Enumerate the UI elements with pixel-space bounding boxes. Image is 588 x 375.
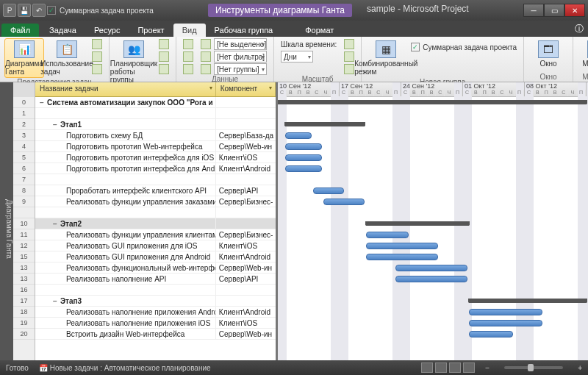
filter-combo[interactable]: [Нет фильтра]	[198, 51, 269, 63]
task-bar[interactable]	[285, 132, 312, 139]
row-number[interactable]: 8	[13, 185, 35, 196]
tab-resource[interactable]: Ресурс	[85, 24, 129, 37]
table-row[interactable]: Подготовить прототип интерфейса для iOSК…	[35, 152, 276, 163]
row-number[interactable]: 16	[13, 285, 35, 296]
tab-format[interactable]: Формат	[296, 24, 343, 37]
group-combo[interactable]: [Нет группы]	[198, 63, 269, 75]
table-row[interactable]: −Этап1	[35, 119, 276, 130]
table-row[interactable]	[35, 207, 276, 218]
help-icon[interactable]: ⓘ	[570, 21, 588, 37]
view-small-2[interactable]	[90, 51, 104, 63]
task-bar[interactable]	[469, 320, 542, 326]
zoom-small-1[interactable]	[342, 38, 356, 50]
view-small-3[interactable]	[90, 63, 104, 75]
row-number[interactable]: 5	[13, 152, 35, 163]
row-number[interactable]: 2	[13, 119, 35, 130]
table-row[interactable]: −Этап3	[35, 296, 276, 307]
row-number[interactable]: 17	[13, 296, 35, 307]
table-row[interactable]: −Этап2	[35, 218, 276, 229]
timescale-combo[interactable]: Дни	[279, 51, 339, 63]
maximize-button[interactable]: ▭	[544, 4, 564, 17]
table-row[interactable]: Подготовить прототип интерфейса для Andr…	[35, 163, 276, 174]
task-bar[interactable]	[285, 165, 322, 172]
table-row[interactable]: Подготовить прототип Web-интерфейсаСерве…	[35, 141, 276, 152]
save-icon[interactable]: 💾	[18, 4, 31, 17]
row-number[interactable]: 1	[13, 108, 35, 119]
table-row[interactable]: Реализовать GUI приложения для iOSКлиент…	[35, 240, 276, 251]
res-small-1[interactable]	[157, 38, 171, 50]
row-number[interactable]: 13	[13, 274, 35, 285]
tables-button[interactable]	[181, 63, 196, 75]
table-row[interactable]: Проработать интерфейс клиентского APIСер…	[35, 185, 276, 196]
table-row[interactable]	[35, 174, 276, 185]
window-button[interactable]: 🗔Окно	[528, 38, 568, 70]
table-row[interactable]: Реализовать наполнение приложения iOSКли…	[35, 318, 276, 329]
row-number[interactable]: 10	[13, 218, 35, 229]
row-number[interactable]: 11	[13, 229, 35, 240]
table-row[interactable]: Реализовать функциональный web-интерфейС…	[35, 262, 276, 274]
task-bar[interactable]	[323, 199, 365, 205]
res-small-3[interactable]	[157, 63, 171, 75]
view-btn-2[interactable]	[435, 362, 447, 373]
summary-task-check[interactable]: ✓Суммарная задача проекта	[409, 41, 519, 53]
row-number[interactable]: 3	[13, 130, 35, 141]
task-bar[interactable]	[469, 309, 542, 315]
view-btn-3[interactable]	[449, 362, 461, 373]
view-btn-1[interactable]	[421, 362, 433, 373]
row-number[interactable]: 15	[13, 251, 35, 262]
table-row[interactable]: Реализовать наполнение APIСервер\API	[35, 274, 276, 285]
team-planner-button[interactable]: 👥Планировщик работы группы	[114, 38, 154, 86]
gantt-chart[interactable]: 10 Сен '12СВПВСЧП17 Сен '12СВПВСЧП24 Сен…	[278, 82, 588, 360]
highlight-combo[interactable]: [Не выделено]	[198, 38, 269, 50]
sort-button[interactable]	[181, 38, 196, 50]
task-bar[interactable]	[285, 154, 322, 161]
table-row[interactable]: Реализовать наполнение приложения AndroК…	[35, 307, 276, 318]
summary-bar[interactable]	[285, 122, 365, 126]
close-button[interactable]: ✕	[564, 4, 585, 17]
table-row[interactable]: Реализовать функции управления клиентами…	[35, 229, 276, 240]
summary-bar[interactable]	[366, 221, 469, 226]
view-btn-4[interactable]	[463, 362, 475, 373]
task-bar[interactable]	[313, 188, 344, 194]
summary-checkbox[interactable]: ✓	[47, 6, 56, 15]
row-number[interactable]	[13, 207, 35, 218]
combined-mode-button[interactable]: ▦Комбинированный режим	[366, 38, 406, 78]
app-icon[interactable]: P	[3, 4, 16, 17]
table-row[interactable]	[35, 108, 276, 119]
tab-project[interactable]: Проект	[129, 24, 173, 37]
task-bar[interactable]	[366, 232, 409, 238]
row-number[interactable]: 20	[13, 329, 35, 340]
tab-view[interactable]: Вид	[173, 24, 206, 37]
row-number[interactable]: 19	[13, 318, 35, 329]
zoom-slider[interactable]	[504, 366, 563, 369]
table-row[interactable]	[35, 285, 276, 296]
row-number[interactable]: 4	[13, 141, 35, 152]
summary-bar[interactable]	[469, 299, 587, 303]
table-row[interactable]: Встроить дизайн Web-интерфейсаСервер\Web…	[35, 329, 276, 340]
tab-file[interactable]: Файл	[1, 24, 39, 37]
row-number[interactable]: 0	[13, 97, 35, 108]
col-component[interactable]: Компонент	[216, 82, 276, 96]
view-small-1[interactable]	[90, 38, 104, 50]
task-bar[interactable]	[395, 265, 467, 271]
tab-team[interactable]: Рабочая группа	[206, 24, 282, 37]
task-usage-button[interactable]: 📋Использование задач	[47, 38, 87, 78]
macros-button[interactable]: ▶Макросы	[578, 38, 588, 70]
col-name[interactable]: Название задачи	[35, 82, 216, 96]
outline-button[interactable]	[181, 51, 196, 63]
row-number[interactable]: 7	[13, 174, 35, 185]
table-row[interactable]: Подготовить схему БДСервер\База-да	[35, 130, 276, 141]
view-bar[interactable]: Диаграмма Ганта	[0, 82, 13, 360]
zoom-out-icon[interactable]: −	[485, 364, 490, 372]
task-bar[interactable]	[285, 143, 322, 150]
row-number[interactable]: 18	[13, 307, 35, 318]
table-row[interactable]: Реализовать GUI приложения для AndroidКл…	[35, 251, 276, 262]
table-row[interactable]: Реализовать функции управления заказамиС…	[35, 196, 276, 207]
row-number[interactable]: 6	[13, 163, 35, 174]
undo-icon[interactable]: ↶	[32, 4, 46, 17]
minimize-button[interactable]: ─	[523, 4, 544, 17]
summary-bar[interactable]	[278, 100, 587, 104]
gantt-chart-button[interactable]: 📊Диаграмма Ганта	[4, 38, 44, 78]
res-small-2[interactable]	[157, 51, 171, 63]
row-number[interactable]: 13	[13, 262, 35, 274]
